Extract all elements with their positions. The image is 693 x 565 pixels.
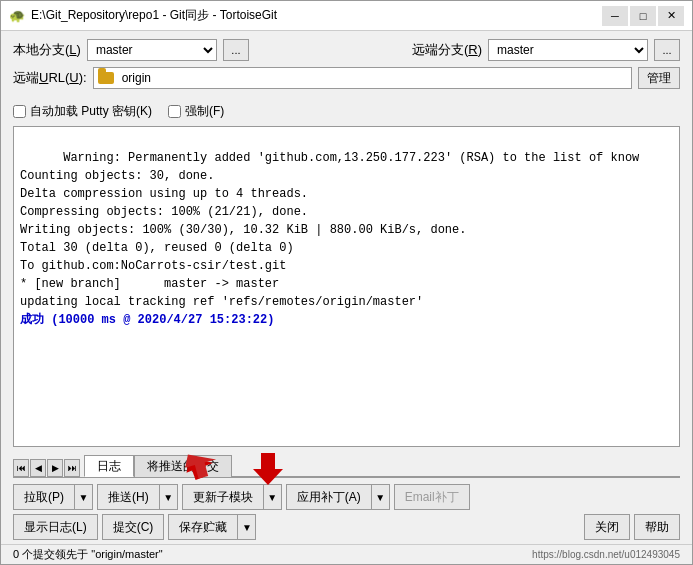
close-window-button[interactable]: ✕ <box>658 6 684 26</box>
log-line-8: * [new branch] master -> master <box>20 277 279 291</box>
remote-url-value: origin <box>122 71 151 85</box>
pull-dropdown[interactable]: ▼ <box>75 484 93 510</box>
title-bar: 🐢 E:\Git_Repository\repo1 - Git同步 - Tort… <box>1 1 692 31</box>
remote-branch-select[interactable]: master <box>488 39 648 61</box>
remote-branch-label: 远端分支(R) <box>412 41 482 59</box>
tab-nav-controls: ⏮ ◀ ▶ ⏭ <box>13 459 80 477</box>
show-log-button[interactable]: 显示日志(L) <box>13 514 98 540</box>
log-success-line: 成功 (10000 ms @ 2020/4/27 15:23:22) <box>20 313 274 327</box>
log-line-3: Delta compression using up to 4 threads. <box>20 187 308 201</box>
arrow-container <box>249 451 299 492</box>
folder-icon <box>98 72 114 84</box>
tab-pending-label: 将推送的提交 <box>147 458 219 475</box>
tab-section: ⏮ ◀ ▶ ⏭ 日志 将推送的提交 <box>1 451 692 477</box>
tab-log[interactable]: 日志 <box>84 455 134 477</box>
watermark: https://blog.csdn.net/u012493045 <box>532 549 680 560</box>
apply-patch-group: 应用补丁(A) ▼ <box>286 484 390 510</box>
save-stash-button[interactable]: 保存贮藏 <box>168 514 238 540</box>
log-line-6: Total 30 (delta 0), reused 0 (delta 0) <box>20 241 294 255</box>
status-bar: 0 个提交领先于 "origin/master" https://blog.cs… <box>1 544 692 564</box>
remote-url-label: 远端URL(U): <box>13 69 87 87</box>
log-area: Warning: Permanently added 'github.com,1… <box>13 126 680 447</box>
log-line-1: Warning: Permanently added 'github.com,1… <box>63 151 639 165</box>
log-line-5: Writing objects: 100% (30/30), 10.32 KiB… <box>20 223 466 237</box>
tab-filler <box>232 476 680 477</box>
branch-row: 本地分支(L) master ... 远端分支(R) master ... <box>13 39 680 61</box>
form-section: 本地分支(L) master ... 远端分支(R) master ... 远端… <box>1 31 692 99</box>
button-section: 拉取(P) ▼ 推送(H) ▼ 更新子模块 ▼ 应用补丁(A) ▼ Email补… <box>1 478 692 544</box>
local-branch-select[interactable]: master <box>87 39 217 61</box>
remote-url-row: 远端URL(U): origin 管理 <box>13 67 680 89</box>
tab-prev-button[interactable]: ◀ <box>30 459 46 477</box>
minimize-button[interactable]: ─ <box>602 6 628 26</box>
log-line-9: updating local tracking ref 'refs/remote… <box>20 295 423 309</box>
status-text: 0 个提交领先于 "origin/master" <box>13 547 163 562</box>
commit-group: 提交(C) <box>102 514 165 540</box>
app-icon: 🐢 <box>9 8 25 24</box>
log-line-7: To github.com:NoCarrots-csir/test.git <box>20 259 286 273</box>
force-checkbox-item[interactable]: 强制(F) <box>168 103 224 120</box>
push-btn-group: 推送(H) ▼ <box>97 484 178 510</box>
save-stash-group: 保存贮藏 ▼ <box>168 514 256 540</box>
commit-button[interactable]: 提交(C) <box>102 514 165 540</box>
checkbox-row: 自动加载 Putty 密钥(K) 强制(F) <box>1 99 692 126</box>
log-line-4: Compressing objects: 100% (21/21), done. <box>20 205 308 219</box>
help-button[interactable]: 帮助 <box>634 514 680 540</box>
button-row-1: 拉取(P) ▼ 推送(H) ▼ 更新子模块 ▼ 应用补丁(A) ▼ Email补… <box>13 484 680 510</box>
button-row-2: 显示日志(L) 提交(C) 保存贮藏 ▼ 关闭 帮助 <box>13 514 680 540</box>
email-patch-button[interactable]: Email补丁 <box>394 484 470 510</box>
putty-key-checkbox[interactable] <box>13 105 26 118</box>
pull-button[interactable]: 拉取(P) <box>13 484 75 510</box>
save-stash-dropdown[interactable]: ▼ <box>238 514 256 540</box>
pull-btn-group: 拉取(P) ▼ <box>13 484 93 510</box>
tab-next-button[interactable]: ▶ <box>47 459 63 477</box>
manage-button[interactable]: 管理 <box>638 67 680 89</box>
down-arrow-svg <box>249 451 299 489</box>
title-bar-text: E:\Git_Repository\repo1 - Git同步 - Tortoi… <box>31 7 602 24</box>
remote-branch-ellipsis[interactable]: ... <box>654 39 680 61</box>
log-line-2: Counting objects: 30, done. <box>20 169 214 183</box>
local-branch-ellipsis[interactable]: ... <box>223 39 249 61</box>
tab-last-button[interactable]: ⏭ <box>64 459 80 477</box>
force-checkbox[interactable] <box>168 105 181 118</box>
svg-marker-1 <box>253 453 283 485</box>
window-controls: ─ □ ✕ <box>602 6 684 26</box>
putty-key-checkbox-item[interactable]: 自动加载 Putty 密钥(K) <box>13 103 152 120</box>
tab-pending[interactable]: 将推送的提交 <box>134 455 232 477</box>
putty-key-label: 自动加载 Putty 密钥(K) <box>30 103 152 120</box>
tab-first-button[interactable]: ⏮ <box>13 459 29 477</box>
log-content: Warning: Permanently added 'github.com,1… <box>14 127 679 446</box>
force-label: 强制(F) <box>185 103 224 120</box>
push-dropdown[interactable]: ▼ <box>160 484 178 510</box>
close-button[interactable]: 关闭 <box>584 514 630 540</box>
push-button[interactable]: 推送(H) <box>97 484 160 510</box>
apply-patch-dropdown[interactable]: ▼ <box>372 484 390 510</box>
local-branch-label: 本地分支(L) <box>13 41 81 59</box>
maximize-button[interactable]: □ <box>630 6 656 26</box>
